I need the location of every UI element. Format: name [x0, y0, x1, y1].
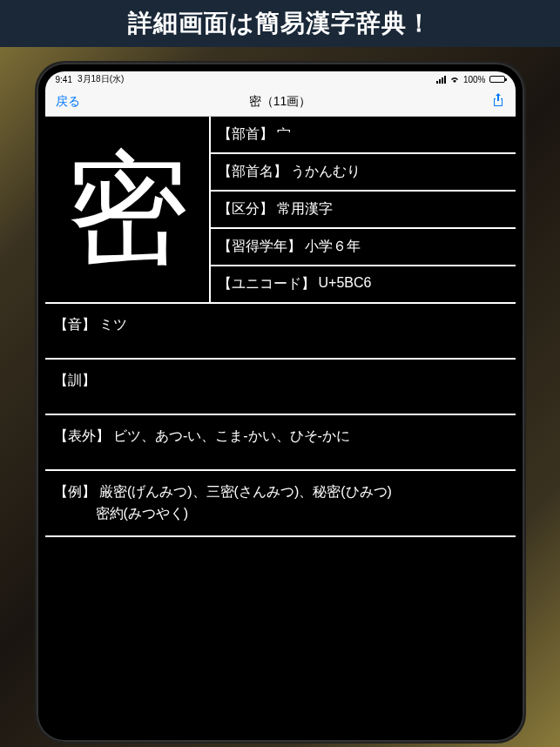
info-value: 常用漢字	[277, 200, 333, 219]
detail-value: ビツ、あつ-い、こま-かい、ひそ-かに	[113, 428, 350, 443]
info-row-radical: 【部首】 宀	[211, 117, 516, 154]
back-button[interactable]: 戻る	[56, 94, 80, 110]
detail-value: ミツ	[99, 317, 127, 332]
promo-banner: 詳細画面は簡易漢字辞典！	[0, 0, 560, 47]
info-label: 【部首】	[218, 125, 273, 144]
info-value: 小学６年	[305, 238, 361, 256]
status-bar: 9:41 3月18日(水) 100%	[45, 71, 516, 87]
detail-row-hyogai: 【表外】 ビツ、あつ-い、こま-かい、ひそ-かに	[45, 415, 516, 471]
share-button[interactable]	[491, 92, 505, 111]
detail-label: 【表外】	[54, 428, 110, 443]
info-value: 宀	[277, 125, 291, 144]
battery-percent: 100%	[463, 75, 486, 84]
kanji-character: 密	[66, 149, 188, 271]
device-screen: 9:41 3月18日(水) 100% 戻る 密（11画） 密	[45, 71, 516, 733]
signal-icon	[436, 76, 446, 84]
info-row-unicode: 【ユニコード】 U+5BC6	[211, 266, 516, 302]
info-value: U+5BC6	[319, 275, 372, 293]
detail-row-kun: 【訓】	[45, 360, 516, 415]
battery-icon	[489, 76, 505, 83]
nav-bar: 戻る 密（11画）	[45, 87, 516, 117]
page-title: 密（11画）	[249, 94, 312, 110]
kanji-display-box: 密	[45, 117, 211, 302]
info-label: 【ユニコード】	[218, 275, 315, 293]
detail-label: 【訓】	[54, 373, 96, 387]
info-label: 【区分】	[218, 200, 273, 219]
detail-row-examples: 【例】 厳密(げんみつ)、三密(さんみつ)、秘密(ひみつ) 密約(みつやく)	[45, 471, 516, 537]
info-list: 【部首】 宀 【部首名】 うかんむり 【区分】 常用漢字 【習得学年】 小学６年	[211, 117, 516, 302]
detail-value-extra: 密約(みつやく)	[54, 505, 507, 523]
info-label: 【習得学年】	[218, 238, 301, 256]
device-frame: 9:41 3月18日(水) 100% 戻る 密（11画） 密	[37, 63, 524, 742]
detail-row-empty	[45, 537, 516, 593]
info-row-grade: 【習得学年】 小学６年	[211, 229, 516, 266]
content-area: 密 【部首】 宀 【部首名】 うかんむり 【区分】 常用漢字	[45, 117, 516, 733]
info-row-category: 【区分】 常用漢字	[211, 192, 516, 229]
status-time: 9:41	[56, 75, 72, 84]
wifi-icon	[449, 76, 460, 83]
detail-row-on: 【音】 ミツ	[45, 304, 516, 360]
info-value: うかんむり	[291, 163, 361, 181]
detail-label: 【例】	[54, 484, 96, 499]
detail-label: 【音】	[54, 317, 96, 332]
info-row-radical-name: 【部首名】 うかんむり	[211, 154, 516, 192]
status-date: 3月18日(水)	[78, 73, 124, 85]
detail-value: 厳密(げんみつ)、三密(さんみつ)、秘密(ひみつ)	[99, 484, 392, 499]
info-label: 【部首名】	[218, 163, 287, 181]
